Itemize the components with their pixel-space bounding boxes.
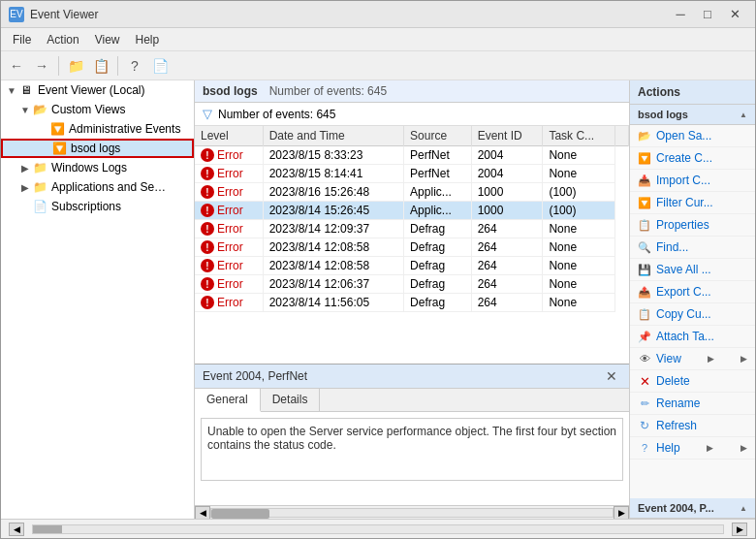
scroll-left-button[interactable]: ◀ [195,506,210,520]
col-eventid[interactable]: Event ID [471,126,543,146]
tree-app-services[interactable]: ▶ 📁 Applications and Services Lo... [1,177,194,197]
app-services-toggle[interactable]: ▶ [18,180,32,194]
table-row[interactable]: !Error2023/8/14 12:08:58Defrag264None [195,238,629,257]
cell-datetime: 2023/8/14 11:56:05 [263,294,403,312]
status-scroll-left[interactable]: ◀ [9,523,24,536]
action-item-9[interactable]: 📌Attach Ta... [630,326,755,348]
table-row[interactable]: !Error2023/8/14 12:08:58Defrag264None [195,257,629,275]
main-window: EV Event Viewer ─ □ ✕ File Action View H… [0,0,756,539]
tab-general[interactable]: General [195,389,261,412]
tree-bsod-logs[interactable]: 🔽 bsod logs [1,139,194,158]
status-scrollbar-track[interactable] [32,524,724,534]
menu-view[interactable]: View [87,31,128,48]
col-source[interactable]: Source [404,126,472,146]
action-item-3[interactable]: 🔽Filter Cur... [630,192,755,214]
action-item-2[interactable]: 📥Import C... [630,170,755,192]
table-row[interactable]: !Error2023/8/14 12:09:37Defrag264None [195,220,629,238]
scroll-right-button[interactable]: ▶ [614,506,629,520]
action-label-13: Refresh [656,419,697,432]
action-item-14[interactable]: ?Help▶ [630,437,755,460]
logs-count: Number of events: 645 [269,84,387,98]
action-label-6: Save All ... [656,263,711,276]
toolbar: ← → 📁 📋 ? 📄 [1,51,755,80]
action-icon-5: 🔍 [638,240,651,254]
folder-button[interactable]: 📁 [64,54,87,78]
action-item-6[interactable]: 💾Save All ... [630,259,755,281]
help-button[interactable]: ? [123,54,146,78]
close-button[interactable]: ✕ [722,5,747,24]
cell-level: !Error [195,165,263,183]
window-controls: ─ □ ✕ [668,5,747,24]
center-panel: bsod logs Number of events: 645 ▽ Number… [195,80,629,519]
action-item-4[interactable]: 📋Properties [630,214,755,237]
action-label-5: Find... [656,240,688,254]
detail-close-button[interactable]: ✕ [602,368,621,384]
cell-level: !Error [195,146,263,165]
tree-admin-events[interactable]: 🔽 Administrative Events [1,119,194,139]
detail-scrollbar[interactable]: ◀ ▶ [195,505,629,519]
table-row[interactable]: !Error2023/8/14 12:06:37Defrag264None [195,275,629,294]
detail-text-area[interactable]: Unable to open the Server service perfor… [201,418,623,481]
table-row[interactable]: !Error2023/8/16 15:26:48Applic...1000(10… [195,183,629,202]
cell-task: (100) [543,183,615,202]
maximize-button[interactable]: □ [695,5,720,24]
events-table-container[interactable]: Level Date and Time Source Event ID Task… [195,126,629,364]
action-item-5[interactable]: 🔍Find... [630,237,755,259]
detail-panel: Event 2004, PerfNet ✕ General Details Un… [195,364,629,519]
tree-root[interactable]: ▼ 🖥 Event Viewer (Local) [1,80,194,100]
custom-views-toggle[interactable]: ▼ [18,103,32,116]
menu-help[interactable]: Help [128,31,168,48]
table-row[interactable]: !Error2023/8/14 15:26:45Applic...1000(10… [195,202,629,220]
scroll-track[interactable] [210,508,614,518]
action-item-1[interactable]: 🔽Create C... [630,147,755,170]
tree-subscriptions[interactable]: 📄 Subscriptions [1,197,194,216]
action-item-12[interactable]: ✏Rename [630,393,755,415]
cell-level: !Error [195,294,263,312]
col-level[interactable]: Level [195,126,263,146]
error-icon: ! [201,148,214,162]
action-label-10: View▶ [656,352,747,365]
bsod-section-label: bsod logs [638,109,688,120]
tree-windows-logs[interactable]: ▶ 📁 Windows Logs [1,158,194,177]
action-item-7[interactable]: 📤Export C... [630,281,755,303]
table-row[interactable]: !Error2023/8/15 8:33:23PerfNet2004None [195,146,629,165]
actions-event-section: Event 2004, P... ▲ [630,498,755,519]
col-datetime[interactable]: Date and Time [263,126,403,146]
col-task[interactable]: Task C... [543,126,615,146]
action-icon-6: 💾 [638,263,651,276]
status-scroll-right[interactable]: ▶ [732,523,747,536]
left-panel: ▼ 🖥 Event Viewer (Local) ▼ 📂 Custom View… [1,80,195,519]
level-text: Error [217,204,243,217]
status-scrollbar-thumb[interactable] [33,525,62,533]
cell-source: Defrag [404,220,472,238]
action-item-8[interactable]: 📋Copy Cu... [630,303,755,326]
properties-button[interactable]: 📋 [89,54,112,78]
title-bar: EV Event Viewer ─ □ ✕ [1,1,755,28]
cell-task: None [543,146,615,165]
action-item-11[interactable]: ✕Delete [630,370,755,393]
actions-list: 📂Open Sa...🔽Create C...📥Import C...🔽Filt… [630,125,755,498]
cell-source: Defrag [404,257,472,275]
detail-tabs: General Details [195,389,629,412]
action-item-13[interactable]: ↻Refresh [630,415,755,437]
cell-datetime: 2023/8/15 8:33:23 [263,146,403,165]
windows-logs-toggle[interactable]: ▶ [18,161,32,174]
action-item-0[interactable]: 📂Open Sa... [630,125,755,147]
level-text: Error [217,240,243,254]
table-row[interactable]: !Error2023/8/14 11:56:05Defrag264None [195,294,629,312]
action-label-11: Delete [656,374,690,388]
filter-text: Number of events: 645 [218,108,335,121]
action-item-10[interactable]: 👁View▶ [630,348,755,370]
back-button[interactable]: ← [5,54,28,78]
tree-custom-views[interactable]: ▼ 📂 Custom Views [1,100,194,119]
menu-action[interactable]: Action [39,31,86,48]
minimize-button[interactable]: ─ [668,5,693,24]
table-row[interactable]: !Error2023/8/15 8:14:41PerfNet2004None [195,165,629,183]
root-toggle[interactable]: ▼ [5,83,18,97]
root-label: Event Viewer (Local) [38,83,145,97]
scroll-thumb[interactable] [211,509,269,519]
menu-file[interactable]: File [5,31,39,48]
forward-button[interactable]: → [30,54,53,78]
info-button[interactable]: 📄 [148,54,172,78]
tab-details[interactable]: Details [261,389,321,411]
